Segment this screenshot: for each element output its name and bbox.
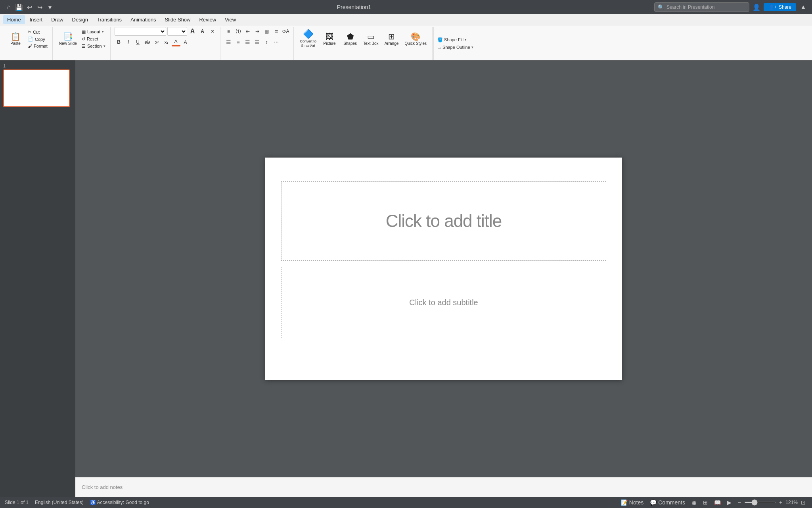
justify-button[interactable]: ☰	[253, 38, 262, 46]
menu-animations[interactable]: Animations	[126, 15, 160, 24]
subtitle-placeholder[interactable]: Click to add subtitle	[281, 267, 606, 338]
quickstyles-button[interactable]: 🎨 Quick Styles	[402, 27, 429, 51]
slide-panel: 1	[0, 60, 75, 497]
highlight-button[interactable]: A	[181, 38, 190, 46]
subscript-button[interactable]: x₂	[162, 38, 171, 46]
convert-smartart-button[interactable]: 🔷 Convert toSmartArt	[298, 27, 319, 51]
line-spacing-button[interactable]: ↕	[262, 38, 271, 46]
slides-row: 📑 New Slide ▦ Layout ▾ ↺ Reset ☰ Section…	[57, 27, 107, 51]
clipboard-row: 📋 Paste ✂ Cut 📄 Copy 🖌 Format	[6, 27, 49, 51]
underline-button[interactable]: U	[134, 38, 142, 46]
decrease-indent-button[interactable]: ⇤	[243, 27, 252, 36]
smart-art-columns[interactable]: ≣	[272, 27, 281, 36]
menu-slideshow[interactable]: Slide Show	[161, 15, 194, 24]
menu-insert[interactable]: Insert	[26, 15, 47, 24]
copy-button[interactable]: 📄 Copy	[26, 36, 49, 42]
superscript-button[interactable]: x²	[153, 38, 161, 46]
presentation-title: Presentation1	[337, 4, 371, 10]
slide-thumbnail-1[interactable]: 1	[3, 64, 72, 107]
numbering-button[interactable]: ⑴	[234, 27, 243, 36]
align-right-button[interactable]: ☰	[243, 38, 252, 46]
columns-button[interactable]: ▦	[262, 27, 271, 36]
status-left: Slide 1 of 1 English (United States) ♿ A…	[5, 500, 149, 505]
slides-small-group: ▦ Layout ▾ ↺ Reset ☰ Section ▾	[80, 29, 107, 50]
bullets-button[interactable]: ≡	[224, 27, 233, 36]
fit-window-button[interactable]: ⊡	[799, 498, 807, 506]
section-button[interactable]: ☰ Section ▾	[80, 43, 107, 50]
cut-button[interactable]: ✂ Cut	[26, 29, 49, 35]
bold-button[interactable]: B	[115, 38, 123, 46]
format-button[interactable]: 🖌 Format	[26, 43, 49, 49]
paragraph-group: ≡ ⑴ ⇤ ⇥ ▦ ≣ ⟳A ☰ ≡ ☰ ☰ ↕ ⋯	[221, 27, 294, 60]
text-direction-button[interactable]: ⟳A	[282, 27, 290, 36]
search-input[interactable]	[666, 4, 746, 10]
title-bar-right: 🔍 👤 👤+ Share ▲	[654, 2, 807, 12]
reading-view-button[interactable]: 📖	[712, 498, 722, 506]
textbox-button[interactable]: ▭ Text Box	[361, 27, 381, 51]
shape-outline-button[interactable]: ▭ Shape Outline ▾	[436, 44, 475, 50]
arrange-button[interactable]: ⊞ Arrange	[381, 27, 401, 51]
menu-draw[interactable]: Draw	[47, 15, 67, 24]
slide-info: Slide 1 of 1	[5, 500, 29, 505]
share-icon: 👤+	[768, 4, 777, 10]
more-paragraph-button[interactable]: ⋯	[272, 38, 281, 46]
increase-indent-button[interactable]: ⇥	[253, 27, 262, 36]
menu-design[interactable]: Design	[68, 15, 92, 24]
layout-icon: ▦	[82, 29, 86, 35]
strikethrough-button[interactable]: ab	[143, 38, 152, 46]
title-placeholder[interactable]: Click to add title	[281, 181, 606, 261]
notes-toggle-button[interactable]: 📝 Notes	[619, 498, 645, 506]
more-icon[interactable]: ▾	[46, 3, 54, 11]
font-row-1: A A ✕	[115, 27, 217, 36]
slide-canvas[interactable]: Click to add title Click to add subtitle	[265, 158, 622, 380]
layout-button[interactable]: ▦ Layout ▾	[80, 29, 107, 35]
slide-sorter-button[interactable]: ⊞	[701, 498, 709, 506]
slide-thumb-image[interactable]	[3, 69, 70, 107]
collapse-icon[interactable]: ▲	[799, 3, 807, 11]
shapes-button[interactable]: ⬟ Shapes	[340, 27, 360, 51]
font-family-selector[interactable]	[115, 27, 166, 36]
picture-button[interactable]: 🖼 Picture	[320, 27, 339, 51]
zoom-slider[interactable]	[744, 502, 776, 503]
font-shrink-button[interactable]: A	[198, 27, 207, 36]
home-icon[interactable]: ⌂	[5, 3, 13, 11]
menu-transitions[interactable]: Transitions	[93, 15, 126, 24]
italic-button[interactable]: I	[124, 38, 133, 46]
share-button[interactable]: 👤+ Share	[764, 3, 796, 11]
normal-view-button[interactable]: ▦	[690, 498, 698, 506]
new-slide-button[interactable]: 📑 New Slide	[57, 27, 79, 51]
redo-icon[interactable]: ↪	[36, 3, 44, 11]
clipboard-small-group: ✂ Cut 📄 Copy 🖌 Format	[26, 29, 49, 49]
zoom-out-button[interactable]: −	[736, 498, 743, 506]
align-left-button[interactable]: ☰	[224, 38, 233, 46]
status-bar: Slide 1 of 1 English (United States) ♿ A…	[0, 497, 812, 508]
shapes-icon: ⬟	[347, 33, 354, 40]
reset-button[interactable]: ↺ Reset	[80, 36, 107, 42]
align-center-button[interactable]: ≡	[234, 38, 243, 46]
font-size-selector[interactable]	[167, 27, 187, 36]
font-color-button[interactable]: A	[172, 38, 180, 46]
font-grow-button[interactable]: A	[188, 27, 197, 36]
user-icon[interactable]: 👤	[753, 3, 760, 11]
clear-format-button[interactable]: ✕	[208, 27, 217, 36]
notes-area[interactable]: Click to add notes	[75, 477, 812, 497]
slide-number: 1	[3, 64, 72, 68]
zoom-in-button[interactable]: +	[778, 498, 784, 506]
slideshow-button[interactable]: ▶	[726, 498, 733, 506]
comments-toggle-button[interactable]: 💬 Comments	[648, 498, 687, 506]
paste-icon: 📋	[11, 33, 21, 40]
textbox-icon: ▭	[367, 33, 375, 40]
menu-view[interactable]: View	[221, 15, 240, 24]
accessibility-info: ♿ Accessibility: Good to go	[90, 500, 149, 505]
shape-fill-button[interactable]: 🪣 Shape Fill ▾	[436, 37, 475, 43]
canvas-scroll: Click to add title Click to add subtitle	[75, 60, 812, 477]
save-icon[interactable]: 💾	[15, 3, 23, 11]
status-right: 📝 Notes 💬 Comments ▦ ⊞ 📖 ▶ − + 121% ⊡	[619, 498, 807, 506]
search-box[interactable]: 🔍	[654, 2, 749, 12]
drawing-row: 🔷 Convert toSmartArt 🖼 Picture ⬟ Shapes …	[298, 27, 429, 51]
paste-button[interactable]: 📋 Paste	[6, 27, 25, 51]
menu-review[interactable]: Review	[195, 15, 220, 24]
menu-home[interactable]: Home	[3, 15, 25, 24]
undo-icon[interactable]: ↩	[25, 3, 33, 11]
zoom-control: − + 121% ⊡	[736, 498, 807, 506]
